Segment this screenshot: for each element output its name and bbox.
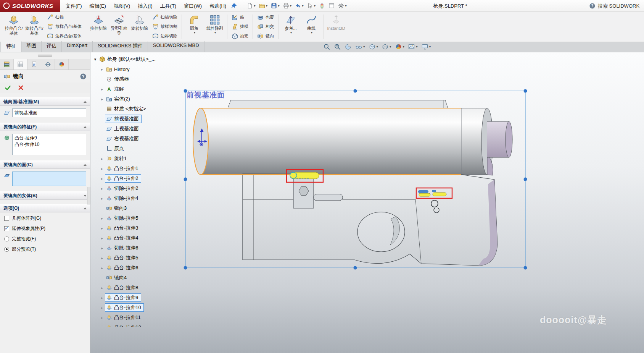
panel-splitter-handle[interactable] bbox=[87, 187, 90, 204]
expand-arrow-icon[interactable]: ▸ bbox=[99, 325, 105, 327]
dropdown-chevron-icon[interactable]: ▾ bbox=[194, 31, 196, 34]
intersect-button[interactable]: 相交 bbox=[255, 22, 276, 31]
tree-root-core[interactable]: 枪身 (默认<<默认>_... bbox=[98, 55, 158, 63]
tab-dimxpert[interactable]: DimXpert bbox=[62, 41, 93, 52]
tree-item-core[interactable]: 凸台-拉伸6 bbox=[105, 264, 141, 272]
sweep-cut-button[interactable]: 扫描切除 bbox=[150, 13, 180, 22]
tree-item-core[interactable]: 切除-拉伸5 bbox=[105, 214, 141, 222]
dropdown-chevron-icon[interactable]: ▾ bbox=[311, 31, 313, 34]
dimxpertmanager-tab[interactable] bbox=[41, 59, 55, 70]
expand-arrow-icon[interactable]: ▸ bbox=[99, 196, 105, 201]
menu-item-5[interactable]: 工具(T) bbox=[156, 0, 180, 12]
graphics-area[interactable]: 前视基准面 ▾枪身 (默认<<默认>_...▸History传感器▸A注解▸实体… bbox=[90, 52, 644, 353]
expand-arrow-icon[interactable]: ▸ bbox=[99, 306, 105, 310]
ok-check-icon[interactable] bbox=[5, 84, 11, 91]
dropdown-chevron-icon[interactable]: ▾ bbox=[416, 45, 418, 49]
dropdown-chevron-icon[interactable]: ▾ bbox=[377, 45, 378, 49]
open-button[interactable]: ▾ bbox=[258, 2, 269, 10]
collapse-chevron-icon[interactable] bbox=[84, 164, 87, 166]
search-area[interactable]: ? 搜索 SOLIDWORK bbox=[586, 0, 644, 12]
tree-item-core[interactable]: 材质 <未指定> bbox=[105, 105, 149, 113]
group-header-options[interactable]: 选项(O) bbox=[0, 204, 90, 212]
options-gear-button[interactable]: ▾ bbox=[337, 2, 348, 10]
tab-sketch[interactable]: 草图 bbox=[21, 41, 42, 52]
tree-item-core[interactable]: 传感器 bbox=[105, 75, 132, 83]
tree-item-core[interactable]: 切除-拉伸4 bbox=[105, 194, 141, 202]
tree-item[interactable]: ▸切除-拉伸5 bbox=[99, 213, 158, 223]
draft-button[interactable]: 拔模 bbox=[229, 22, 251, 31]
menu-item-7[interactable]: 帮助(H) bbox=[206, 0, 230, 12]
display-style-button[interactable]: ▾ bbox=[381, 43, 392, 51]
configurationmanager-tab[interactable] bbox=[27, 59, 41, 70]
tree-item-core[interactable]: 凸台-拉伸10 bbox=[105, 303, 144, 312]
mirror-faces-field[interactable] bbox=[12, 172, 86, 186]
hole-wizard-button[interactable]: 异型孔向导 bbox=[109, 13, 129, 40]
expand-arrow-icon[interactable]: ▸ bbox=[99, 226, 105, 230]
tree-item[interactable]: ▸凸台-拉伸11 bbox=[99, 313, 158, 322]
tree-item-core[interactable]: 上视基准面 bbox=[105, 125, 142, 133]
reference-geometry-button[interactable]: 参考...▾ bbox=[280, 13, 301, 40]
tree-item[interactable]: ▸凸台-拉伸12 bbox=[99, 322, 158, 327]
new-document-button[interactable]: ▾ bbox=[246, 2, 257, 10]
tree-item-core[interactable]: 凸台-拉伸12 bbox=[105, 323, 144, 327]
checkbox-icon[interactable] bbox=[4, 226, 9, 231]
dropdown-chevron-icon[interactable]: ▾ bbox=[254, 4, 256, 8]
instant3d-button[interactable]: Instant3D bbox=[326, 13, 346, 40]
tree-item-core[interactable]: 凸台-拉伸9 bbox=[105, 293, 141, 302]
save-button[interactable]: ▾ bbox=[270, 2, 281, 10]
help-icon[interactable]: ? bbox=[589, 3, 596, 9]
dropdown-chevron-icon[interactable]: ▾ bbox=[214, 31, 216, 34]
loft-cut-button[interactable]: 放样切割 bbox=[150, 22, 180, 31]
tree-item[interactable]: ▸旋转1 bbox=[99, 154, 158, 164]
expand-arrow-icon[interactable]: ▸ bbox=[99, 236, 105, 240]
dropdown-chevron-icon[interactable]: ▾ bbox=[390, 45, 391, 49]
menu-item-4[interactable]: 插入(I) bbox=[134, 0, 156, 12]
dropdown-chevron-icon[interactable]: ▾ bbox=[278, 4, 280, 8]
dropdown-chevron-icon[interactable]: ▾ bbox=[314, 4, 316, 8]
expand-arrow-icon[interactable]: ▸ bbox=[99, 266, 105, 270]
tree-item[interactable]: ▸凸台-拉伸3 bbox=[99, 223, 158, 233]
tree-item-core[interactable]: 前视基准面 bbox=[105, 115, 142, 123]
undo-button[interactable]: ▾ bbox=[294, 2, 305, 10]
tree-item-core[interactable]: History bbox=[105, 65, 132, 73]
linear-pattern-button[interactable]: 线性阵列▾ bbox=[204, 13, 225, 40]
edit-appearance-button[interactable]: ▾ bbox=[394, 43, 406, 51]
checkbox-icon[interactable] bbox=[4, 216, 9, 221]
menu-item-6[interactable]: 窗口(W) bbox=[180, 0, 206, 12]
loft-button[interactable]: 放样凸台/基体 bbox=[45, 22, 84, 31]
revolve-cut-button[interactable]: 旋转切除 bbox=[129, 13, 150, 40]
option-radio-row[interactable]: 完整预览(F) bbox=[4, 236, 86, 242]
menu-item-1[interactable]: 文件(F) bbox=[62, 0, 86, 12]
tree-item[interactable]: 材质 <未指定> bbox=[99, 104, 158, 114]
tree-item[interactable]: ▸切除-拉伸2 bbox=[99, 183, 158, 193]
collapse-chevron-icon[interactable] bbox=[84, 126, 87, 128]
group-header-mirror-plane[interactable]: 镜向面/基准面(M) bbox=[0, 97, 90, 106]
group-header-mirror-features[interactable]: 要镜向的特征(F) bbox=[0, 123, 90, 131]
expand-arrow-icon[interactable]: ▸ bbox=[99, 176, 105, 181]
zoom-area-button[interactable] bbox=[333, 43, 342, 51]
shell-button[interactable]: 抽壳 bbox=[229, 32, 251, 40]
tree-item[interactable]: 前视基准面 bbox=[99, 114, 158, 124]
mirror-feature-button[interactable]: 镜向 bbox=[255, 32, 276, 40]
expand-arrow-icon[interactable]: ▸ bbox=[99, 286, 105, 290]
collapse-chevron-icon[interactable] bbox=[84, 207, 87, 209]
group-header-mirror-bodies[interactable]: 要镜向的实体(B) bbox=[0, 191, 90, 200]
wrap-button[interactable]: 包覆 bbox=[255, 13, 276, 22]
expand-arrow-icon[interactable]: ▸ bbox=[99, 296, 105, 300]
tree-item-core[interactable]: 右视基准面 bbox=[105, 134, 142, 143]
tree-item[interactable]: ▸A注解 bbox=[99, 84, 158, 94]
tree-item-core[interactable]: 旋转1 bbox=[105, 154, 129, 163]
dropdown-chevron-icon[interactable]: ▾ bbox=[290, 31, 292, 34]
dropdown-chevron-icon[interactable]: ▾ bbox=[363, 45, 365, 49]
tree-item[interactable]: ▸凸台-拉伸9 bbox=[99, 293, 158, 303]
apply-scene-button[interactable]: ▾ bbox=[407, 43, 419, 51]
tree-item[interactable]: ▸凸台-拉伸1 bbox=[99, 164, 158, 173]
dropdown-chevron-icon[interactable]: ▾ bbox=[290, 4, 292, 8]
tree-item[interactable]: 上视基准面 bbox=[99, 124, 158, 134]
expand-arrow-icon[interactable]: ▸ bbox=[99, 216, 105, 220]
boundary-button[interactable]: 边界凸台/基体 bbox=[45, 32, 84, 40]
tree-item[interactable]: 传感器 bbox=[99, 74, 158, 84]
search-label[interactable]: 搜索 SOLIDWORK bbox=[598, 3, 639, 10]
rib-button[interactable]: 筋 bbox=[229, 13, 251, 22]
collapse-chevron-icon[interactable] bbox=[84, 101, 87, 103]
